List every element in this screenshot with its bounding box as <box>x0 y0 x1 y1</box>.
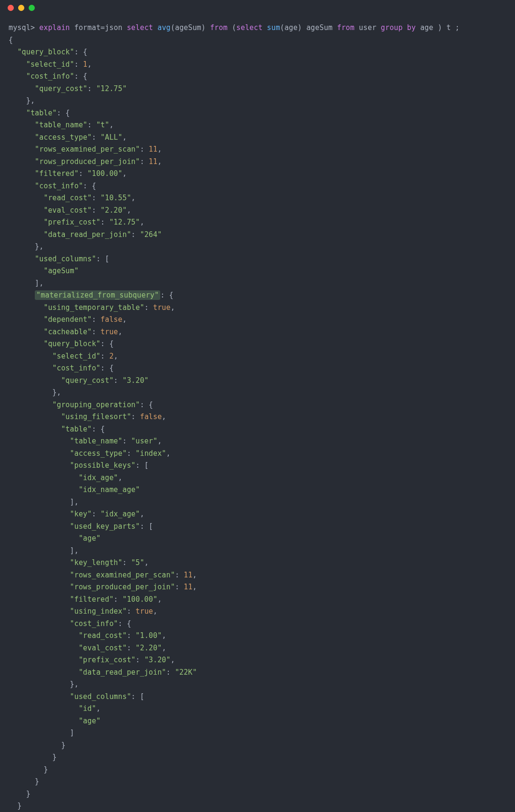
json-val-query-block-table-materialized-from-subquery-query-block-grouping-operation-table-possible-keys-1: "idx_name_age" <box>79 485 140 494</box>
sql-token: user <box>354 23 381 32</box>
json-key-query-block-table-materialized-from-subquery-dependent: "dependent" <box>43 315 92 324</box>
json-val-query-block-table-used-columns-0: "ageSum" <box>43 267 78 275</box>
json-val-query-block-table-materialized-from-subquery-dependent: false <box>101 315 123 324</box>
json-val-query-block-table-access-type: "ALL" <box>101 133 123 142</box>
json-val-query-block-table-cost-info-eval-cost: "2.20" <box>101 206 127 215</box>
json-val-query-block-table-materialized-from-subquery-query-block-grouping-operation-table-filtered: "100.00" <box>123 595 157 604</box>
window-titlebar <box>0 0 515 15</box>
json-key-query-block-table-used-columns: "used_columns" <box>35 255 96 263</box>
json-key-query-block: "query_block" <box>17 48 74 56</box>
json-key-query-block-table-materialized-from-subquery-query-block-grouping-operation-table-rows-examined-per-scan: "rows_examined_per_scan" <box>70 571 175 579</box>
json-val-query-block-table-materialized-from-subquery-query-block-grouping-operation-table-cost-info-data-read-per-join: "22K" <box>175 668 197 677</box>
sql-token <box>153 23 157 32</box>
json-val-query-block-table-cost-info-data-read-per-join: "264" <box>140 230 162 239</box>
json-key-query-block-cost-info: "cost_info" <box>26 72 74 81</box>
json-key-query-block-table-cost-info-prefix-cost: "prefix_cost" <box>43 218 100 226</box>
json-val-query-block-table-materialized-from-subquery-query-block-grouping-operation-table-rows-examined-per-scan: 11 <box>184 571 192 579</box>
json-key-query-block-table-access-type: "access_type" <box>35 133 92 142</box>
json-val-query-block-select-id: 1 <box>83 60 87 69</box>
json-key-query-block-table-materialized-from-subquery-cacheable: "cacheable" <box>43 328 92 336</box>
sql-token: select <box>127 23 153 32</box>
json-key-query-block-table-materialized-from-subquery-query-block-grouping-operation-table-used-key-parts: "used_key_parts" <box>70 522 140 531</box>
mysql-prompt: mysql> <box>9 23 35 32</box>
json-key-query-block-table-materialized-from-subquery-query-block-grouping-operation-table-access-type: "access_type" <box>70 449 127 458</box>
sql-token: from <box>337 23 355 32</box>
json-key-query-block-table-materialized-from-subquery-query-block-select-id: "select_id" <box>52 352 101 360</box>
minimize-icon[interactable] <box>18 5 24 11</box>
sql-token <box>123 23 127 32</box>
json-key-query-block-table-table-name: "table_name" <box>35 121 87 129</box>
json-val-query-block-table-materialized-from-subquery-query-block-grouping-operation-table-possible-keys-0: "idx_age" <box>79 473 118 482</box>
json-key-query-block-table-materialized-from-subquery-query-block-grouping-operation-table-cost-info-data-read-per-join: "data_read_per_join" <box>79 668 166 677</box>
json-key-query-block-table-materialized-from-subquery-query-block: "query_block" <box>43 339 100 348</box>
json-key-query-block-table-materialized-from-subquery-query-block-grouping-operation-table-table-name: "table_name" <box>70 437 123 445</box>
json-key-query-block-table-materialized-from-subquery-query-block-grouping-operation-using-filesort: "using_filesort" <box>61 412 131 421</box>
json-key-query-block-table-cost-info-read-cost: "read_cost" <box>43 194 92 202</box>
json-key-query-block-table-rows-examined-per-scan: "rows_examined_per_scan" <box>35 145 140 154</box>
json-val-query-block-table-materialized-from-subquery-query-block-grouping-operation-table-used-columns-1: "age" <box>79 717 101 725</box>
sql-token: (age) ageSum <box>280 23 337 32</box>
json-val-query-block-table-materialized-from-subquery-query-block-grouping-operation-table-access-type: "index" <box>135 449 166 458</box>
sql-token: age ) t ; <box>416 23 460 32</box>
json-key-query-block-table-cost-info-data-read-per-join: "data_read_per_join" <box>43 230 131 239</box>
json-key-query-block-table-materialized-from-subquery-query-block-grouping-operation-table-cost-info: "cost_info" <box>70 619 118 628</box>
json-val-query-block-table-filtered: "100.00" <box>87 169 122 178</box>
json-key-query-block-table-materialized-from-subquery-query-block-grouping-operation-table-filtered: "filtered" <box>70 595 114 604</box>
json-val-query-block-table-materialized-from-subquery-cacheable: true <box>101 328 118 336</box>
sql-token <box>70 23 74 32</box>
json-val-query-block-table-materialized-from-subquery-query-block-cost-info-query-cost: "3.20" <box>123 376 149 385</box>
json-key-query-block-table-materialized-from-subquery-query-block-grouping-operation-table-using-index: "using_index" <box>70 607 127 616</box>
maximize-icon[interactable] <box>29 5 35 11</box>
json-key-query-block-table-cost-info-eval-cost: "eval_cost" <box>43 206 92 215</box>
sql-token: ( <box>227 23 236 32</box>
sql-token <box>263 23 267 32</box>
sql-token: from <box>210 23 227 32</box>
json-key-query-block-table-rows-produced-per-join: "rows_produced_per_join" <box>35 157 140 166</box>
json-val-query-block-cost-info-query-cost: "12.75" <box>96 84 127 93</box>
json-val-query-block-table-materialized-from-subquery-query-block-grouping-operation-table-used-key-parts-0: "age" <box>79 534 101 543</box>
json-key-query-block-table-materialized-from-subquery-query-block-grouping-operation-table: "table" <box>61 425 92 433</box>
json-val-query-block-table-materialized-from-subquery-query-block-grouping-operation-table-cost-info-read-cost: "1.00" <box>135 631 162 640</box>
json-val-query-block-table-materialized-from-subquery-query-block-select-id: 2 <box>109 352 113 360</box>
close-icon[interactable] <box>8 5 14 11</box>
json-val-query-block-table-materialized-from-subquery-query-block-grouping-operation-table-used-columns-0: "id" <box>79 704 96 713</box>
sql-token: select <box>237 23 263 32</box>
json-key-query-block-cost-info-query-cost: "query_cost" <box>35 84 87 93</box>
json-val-query-block-table-materialized-from-subquery-query-block-grouping-operation-table-cost-info-prefix-cost: "3.20" <box>144 656 171 664</box>
json-val-query-block-table-materialized-from-subquery-query-block-grouping-operation-table-key: "idx_age" <box>101 510 140 518</box>
json-val-query-block-table-materialized-from-subquery-query-block-grouping-operation-table-using-index: true <box>135 607 153 616</box>
json-val-query-block-table-materialized-from-subquery-query-block-grouping-operation-using-filesort: false <box>140 412 162 421</box>
json-val-query-block-table-materialized-from-subquery-using-temporary-table: true <box>153 303 171 312</box>
json-key-query-block-table-materialized-from-subquery: "materialized_from_subquery" <box>36 291 159 299</box>
json-key-query-block-table-materialized-from-subquery-query-block-grouping-operation-table-rows-produced-per-join: "rows_produced_per_join" <box>70 583 175 591</box>
json-val-query-block-table-materialized-from-subquery-query-block-grouping-operation-table-cost-info-eval-cost: "2.20" <box>135 644 162 652</box>
sql-token: (ageSum) <box>171 23 210 32</box>
json-key-query-block-table-materialized-from-subquery-query-block-grouping-operation-table-used-columns: "used_columns" <box>70 692 132 701</box>
sql-token: group by <box>381 23 416 32</box>
json-key-query-block-table-filtered: "filtered" <box>35 169 79 178</box>
json-val-query-block-table-rows-examined-per-scan: 11 <box>149 145 157 154</box>
sql-token: json <box>105 23 123 32</box>
json-key-query-block-table-materialized-from-subquery-query-block-cost-info: "cost_info" <box>52 364 101 372</box>
json-key-query-block-table-materialized-from-subquery-query-block-grouping-operation-table-key-length: "key_length" <box>70 558 123 567</box>
sql-token: format <box>74 23 101 32</box>
json-key-query-block-table-cost-info: "cost_info" <box>35 182 83 190</box>
sql-token: explain <box>39 23 70 32</box>
sql-token: sum <box>267 23 280 32</box>
json-key-query-block-table-materialized-from-subquery-query-block-grouping-operation-table-cost-info-eval-cost: "eval_cost" <box>79 644 127 652</box>
json-key-query-block-table-materialized-from-subquery-query-block-grouping-operation-table-key: "key" <box>70 510 92 518</box>
json-key-query-block-table: "table" <box>26 109 57 117</box>
json-val-query-block-table-cost-info-prefix-cost: "12.75" <box>109 218 140 226</box>
json-key-query-block-table-materialized-from-subquery-query-block-cost-info-query-cost: "query_cost" <box>61 376 113 385</box>
json-key-query-block-table-materialized-from-subquery-query-block-grouping-operation-table-cost-info-read-cost: "read_cost" <box>79 631 127 640</box>
json-val-query-block-table-materialized-from-subquery-query-block-grouping-operation-table-rows-produced-per-join: 11 <box>184 583 192 591</box>
terminal-output: mysql> explain format=json select avg(ag… <box>0 15 515 812</box>
json-val-query-block-table-cost-info-read-cost: "10.55" <box>101 194 131 202</box>
json-key-query-block-table-materialized-from-subquery-using-temporary-table: "using_temporary_table" <box>43 303 144 312</box>
json-val-query-block-table-table-name: "t" <box>96 121 110 129</box>
sql-token: = <box>101 23 105 32</box>
sql-token: avg <box>157 23 171 32</box>
json-key-query-block-table-materialized-from-subquery-query-block-grouping-operation: "grouping_operation" <box>52 401 140 409</box>
json-val-query-block-table-materialized-from-subquery-query-block-grouping-operation-table-key-length: "5" <box>131 558 144 567</box>
json-key-query-block-table-materialized-from-subquery-query-block-grouping-operation-table-cost-info-prefix-cost: "prefix_cost" <box>79 656 135 664</box>
